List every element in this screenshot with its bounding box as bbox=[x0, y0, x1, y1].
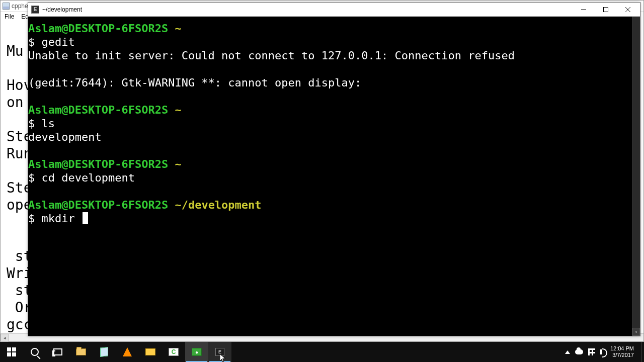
terminal-window: E ~/development Aslam@DESKTOP-6FSOR2S ~$… bbox=[28, 2, 640, 336]
taskbar-time: 12:04 PM bbox=[610, 345, 634, 352]
prompt-host: Aslam@DESKTOP-6FSOR2S bbox=[28, 199, 168, 211]
recorder-icon: ● bbox=[192, 348, 202, 356]
folder-icon bbox=[145, 348, 155, 355]
terminal-icon: E bbox=[215, 348, 224, 356]
folder-button[interactable] bbox=[139, 342, 162, 362]
command-text: mkdir bbox=[42, 212, 82, 225]
folder-icon bbox=[76, 348, 86, 355]
terminal-titlebar[interactable]: E ~/development bbox=[28, 3, 640, 17]
show-desktop-button[interactable] bbox=[641, 342, 644, 362]
taskview-icon bbox=[53, 348, 62, 355]
terminal-scroll-down-button[interactable]: ▾ bbox=[632, 328, 640, 336]
maximize-button[interactable] bbox=[595, 3, 617, 17]
close-button[interactable] bbox=[617, 3, 639, 17]
terminal-output-line bbox=[28, 62, 640, 76]
notepad-icon bbox=[3, 3, 10, 10]
notepad-scroll-left-button[interactable]: ◂ bbox=[1, 334, 9, 342]
vlc-button[interactable] bbox=[116, 342, 139, 362]
svg-rect-1 bbox=[604, 7, 608, 12]
network-icon[interactable] bbox=[588, 348, 595, 355]
command-text: ls bbox=[42, 117, 55, 130]
minimize-icon bbox=[581, 7, 586, 12]
maximize-icon bbox=[603, 7, 608, 12]
start-button[interactable] bbox=[0, 342, 23, 362]
prompt-host: Aslam@DESKTOP-6FSOR2S bbox=[28, 22, 168, 35]
search-icon bbox=[31, 348, 39, 356]
taskbar-clock[interactable]: 12:04 PM 3/7/2017 bbox=[607, 345, 637, 358]
command-text: gedit bbox=[42, 36, 75, 48]
prompt-path: ~/development bbox=[168, 199, 261, 211]
prompt-path: ~ bbox=[168, 158, 182, 170]
prompt-path: ~ bbox=[168, 22, 182, 35]
terminal-app-icon: E bbox=[31, 6, 39, 14]
terminal-output-line bbox=[28, 185, 640, 198]
terminal-output-line: development bbox=[28, 130, 640, 144]
prompt-host: Aslam@DESKTOP-6FSOR2S bbox=[28, 104, 168, 116]
terminal-taskbar-button[interactable]: E bbox=[208, 342, 231, 362]
volume-icon[interactable] bbox=[600, 349, 602, 354]
minimize-button[interactable] bbox=[573, 3, 595, 17]
vlc-icon bbox=[123, 347, 132, 356]
camtasia-recorder-button[interactable]: ● bbox=[185, 342, 208, 362]
camtasia-icon: C bbox=[169, 348, 179, 356]
system-tray: 12:04 PM 3/7/2017 bbox=[561, 342, 641, 362]
command-text: cd development bbox=[42, 171, 135, 184]
taskbar-left: C ● E bbox=[0, 342, 231, 362]
camtasia-button[interactable]: C bbox=[162, 342, 185, 362]
terminal-scrollbar[interactable]: ▴ ▾ bbox=[632, 17, 640, 336]
search-button[interactable] bbox=[23, 342, 46, 362]
notepad-taskbar-button[interactable] bbox=[93, 342, 116, 362]
windows-start-icon bbox=[7, 347, 16, 356]
text-cursor bbox=[83, 212, 88, 224]
taskbar-date: 3/7/2017 bbox=[612, 352, 634, 358]
notepad-menu-file[interactable]: File bbox=[5, 13, 14, 20]
terminal-output-line bbox=[28, 89, 640, 103]
terminal-title-text: ~/development bbox=[42, 6, 82, 13]
taskbar: C ● E 12:04 PM 3/7/2017 bbox=[0, 342, 644, 362]
prompt-host: Aslam@DESKTOP-6FSOR2S bbox=[28, 158, 168, 170]
tray-overflow-icon[interactable] bbox=[565, 350, 570, 354]
file-explorer-button[interactable] bbox=[69, 342, 93, 362]
terminal-body[interactable]: Aslam@DESKTOP-6FSOR2S ~$ geditUnable to … bbox=[28, 17, 640, 336]
close-icon bbox=[625, 7, 630, 12]
terminal-output-line: (gedit:7644): Gtk-WARNING **: cannot ope… bbox=[28, 76, 640, 89]
onedrive-icon[interactable] bbox=[575, 349, 583, 354]
terminal-output-line bbox=[28, 144, 640, 157]
taskview-button[interactable] bbox=[46, 342, 69, 362]
prompt-path: ~ bbox=[168, 104, 182, 116]
terminal-output-line: Unable to init server: Could not connect… bbox=[28, 49, 640, 62]
notepad-icon bbox=[100, 347, 108, 357]
